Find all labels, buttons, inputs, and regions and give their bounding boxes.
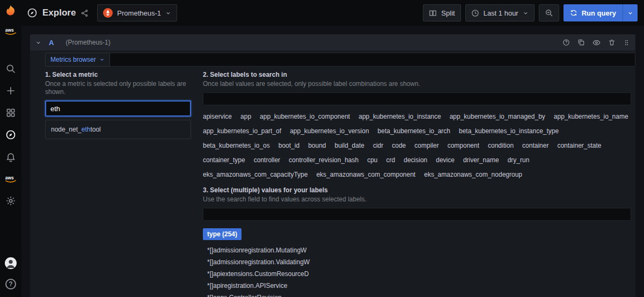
label-values-list: *[]admissionregistration.MutatingW*[]adm… (203, 244, 631, 297)
settings-gear-icon[interactable] (4, 194, 17, 207)
app-root: aws aws (0, 0, 644, 297)
explore-toolbar: Explore Prometheus-1 (21, 0, 644, 26)
refresh-icon (570, 9, 577, 17)
metric-results-list: node_net_ethtool (45, 120, 191, 139)
label-item[interactable]: compiler (414, 142, 438, 150)
label-item[interactable]: controller_revision_hash (289, 156, 358, 164)
label-item[interactable]: code (392, 142, 406, 150)
chevron-down-icon (165, 10, 171, 16)
step3-section: 3. Select (multiple) values for your lab… (203, 186, 631, 297)
label-item[interactable]: decision (404, 156, 427, 164)
label-item[interactable]: cpu (367, 156, 377, 164)
aws-logo-icon[interactable]: aws (4, 25, 17, 38)
label-item[interactable]: component (448, 142, 479, 150)
chevron-down-icon (523, 10, 529, 16)
sidebar: aws aws (0, 0, 21, 297)
metric-name-pre: node_net_ (51, 126, 82, 133)
label-item[interactable]: cidr (373, 142, 383, 150)
split-icon (429, 9, 437, 17)
explore-compass-icon (27, 8, 38, 18)
metric-search-input[interactable] (45, 100, 191, 117)
value-search-input[interactable] (203, 208, 631, 221)
datasource-picker[interactable]: Prometheus-1 (97, 4, 177, 21)
label-item[interactable]: device (436, 156, 455, 164)
label-item[interactable]: dry_run (508, 156, 530, 164)
split-label: Split (441, 9, 455, 17)
sidebar-bottom: ? (4, 257, 17, 291)
label-item[interactable]: app_kubernetes_io_instance (358, 113, 441, 121)
clock-icon (471, 9, 479, 17)
label-item[interactable]: condition (488, 142, 514, 150)
label-item[interactable]: eks_amazonaws_com_capacityType (203, 171, 308, 179)
help-icon[interactable]: ? (4, 278, 17, 291)
label-item[interactable]: beta_kubernetes_io_instance_type (459, 127, 559, 135)
run-query-label: Run query (582, 9, 616, 17)
main-column: Explore Prometheus-1 (21, 0, 644, 297)
dashboards-grid-icon[interactable] (4, 106, 17, 119)
query-panel: A (Prometheus-1) (30, 34, 635, 297)
query-ref-id[interactable]: A (49, 39, 54, 47)
label-item[interactable]: container_type (203, 156, 245, 164)
label-item[interactable]: build_date (335, 142, 364, 150)
run-query-group: Run query (564, 4, 638, 21)
search-icon[interactable] (4, 62, 17, 75)
metric-name-match: eth (82, 126, 91, 133)
user-avatar[interactable] (4, 257, 17, 270)
metric-result-item[interactable]: node_net_ethtool (46, 123, 191, 136)
label-item[interactable]: bound (308, 142, 326, 150)
label-item[interactable]: container (522, 142, 548, 150)
alerting-bell-icon[interactable] (4, 150, 17, 163)
svg-text:aws: aws (5, 175, 14, 180)
step2-subtitle: Once label values are selected, only pos… (203, 80, 631, 88)
help-glyph: ? (5, 279, 16, 289)
label-item[interactable]: app_kubernetes_io_part_of (203, 127, 281, 135)
label-value-item[interactable]: *[]apiextensions.CustomResourceD (203, 268, 309, 280)
share-icon[interactable] (80, 9, 89, 17)
selected-label-chip[interactable]: type (254) (203, 228, 241, 240)
disable-query-eye-icon[interactable] (592, 39, 601, 47)
explore-compass-icon[interactable] (4, 128, 17, 141)
label-item[interactable]: app (240, 113, 251, 121)
label-item[interactable]: beta_kubernetes_io_os (203, 142, 270, 150)
drag-handle-icon[interactable] (623, 39, 630, 46)
label-value-item[interactable]: *[]apps.ControllerRevision (203, 292, 282, 297)
delete-query-trash-icon[interactable] (608, 39, 616, 46)
label-item[interactable]: app_kubernetes_io_managed_by (450, 113, 545, 121)
query-row-actions (562, 39, 630, 47)
create-plus-icon[interactable] (4, 84, 17, 97)
run-query-dropdown[interactable] (623, 4, 638, 21)
query-help-icon[interactable] (562, 39, 570, 46)
label-item[interactable]: driver_name (463, 156, 499, 164)
time-range-picker[interactable]: Last 1 hour (465, 4, 535, 21)
label-item[interactable]: app_kubernetes_io_name (554, 113, 628, 121)
step1-subtitle: Once a metric is selected only possible … (45, 80, 191, 96)
label-item[interactable]: beta_kubernetes_io_arch (378, 127, 450, 135)
label-item[interactable]: eks_amazonaws_com_component (316, 171, 415, 179)
label-value-item[interactable]: *[]admissionregistration.MutatingW (203, 244, 306, 256)
label-item[interactable]: app_kubernetes_io_component (260, 113, 350, 121)
step3-subtitle: Use the search field to find values acro… (203, 195, 631, 204)
label-value-item[interactable]: *[]admissionregistration.ValidatingW (203, 256, 310, 268)
query-datasource-hint: (Prometheus-1) (65, 39, 110, 46)
label-item[interactable]: controller (254, 156, 280, 164)
duplicate-query-icon[interactable] (577, 39, 585, 46)
run-query-button[interactable]: Run query (564, 4, 623, 21)
label-item[interactable]: crd (386, 156, 396, 164)
label-item[interactable]: app_kubernetes_io_version (290, 127, 369, 135)
split-button[interactable]: Split (423, 4, 460, 21)
page-title: Explore (42, 8, 76, 18)
label-search-input[interactable] (203, 92, 631, 105)
aws-logo-icon[interactable]: aws (4, 172, 17, 185)
grafana-logo-icon[interactable] (4, 4, 17, 17)
label-item[interactable]: apiservice (203, 113, 232, 121)
collapse-chevron-icon[interactable] (35, 40, 41, 46)
label-item[interactable]: container_state (557, 142, 601, 150)
metrics-browser-toggle[interactable]: Metrics browser (45, 53, 110, 67)
step3-title: 3. Select (multiple) values for your lab… (203, 186, 631, 194)
prometheus-logo-icon (103, 8, 113, 18)
query-expression-input[interactable] (110, 53, 635, 67)
zoom-out-button[interactable] (539, 4, 559, 21)
label-value-item[interactable]: *[]apiregistration.APIService (203, 280, 287, 292)
label-item[interactable]: boot_id (279, 142, 299, 150)
label-item[interactable]: eks_amazonaws_com_nodegroup (424, 171, 522, 179)
